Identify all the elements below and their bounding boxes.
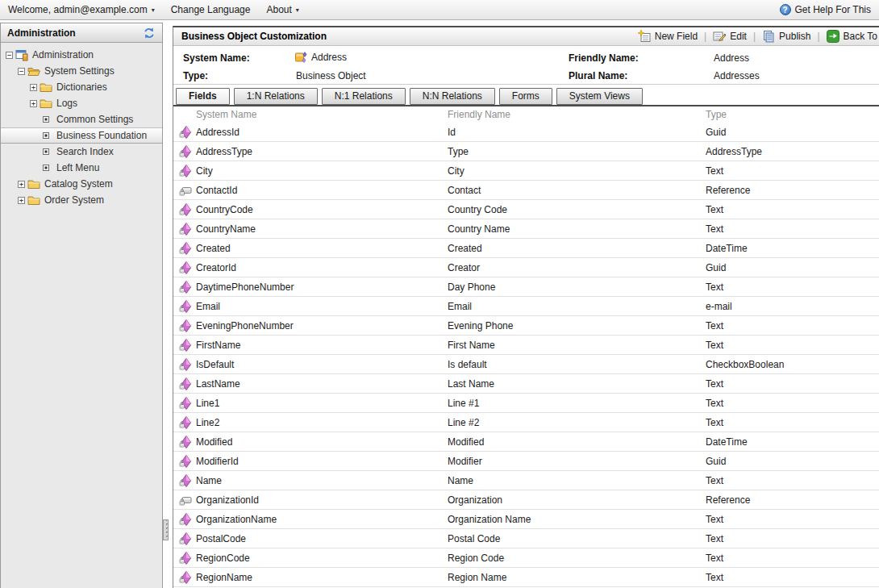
new-field-button[interactable]: New Field — [638, 30, 698, 43]
table-row[interactable]: CountryNameCountry NameText — [173, 219, 879, 239]
reference-icon — [179, 494, 192, 507]
table-row[interactable]: ModifierIdModifierGuid — [173, 452, 879, 471]
tab-n-n-relations[interactable]: N:N Relations — [410, 88, 495, 105]
table-row[interactable]: NameNameText — [173, 471, 879, 490]
sidebar-item-common-settings[interactable]: Common Settings — [1, 111, 162, 127]
bullet-icon — [40, 161, 52, 174]
edit-button[interactable]: Edit — [713, 30, 747, 43]
computer-icon — [15, 48, 28, 61]
tab-fields[interactable]: Fields — [176, 88, 230, 105]
topbar: Welcome, admin@example.com ▾ Change Lang… — [0, 0, 879, 20]
refresh-icon[interactable] — [143, 27, 156, 40]
sidebar-item-left-menu[interactable]: Left Menu — [1, 160, 162, 176]
field-icon — [179, 319, 192, 332]
field-icon — [179, 223, 192, 236]
table-row[interactable]: LastNameLast NameText — [173, 374, 879, 394]
field-icon — [179, 552, 192, 565]
cell-system-name: EveningPhoneNumber — [196, 320, 448, 332]
table-row[interactable]: IsDefaultIs defaultCheckboxBoolean — [173, 355, 879, 374]
expander-plus-icon[interactable]: + — [30, 84, 37, 91]
field-icon — [179, 300, 192, 313]
expander-plus-icon[interactable]: + — [18, 181, 25, 188]
user-menu-label: Welcome, admin@example.com — [8, 4, 148, 15]
cell-system-name: City — [196, 165, 448, 177]
sidebar-item-order-system[interactable]: +Order System — [1, 192, 162, 208]
tab-n-1-relations[interactable]: N:1 Relations — [322, 88, 406, 105]
cell-friendly-name: Country Name — [448, 223, 706, 235]
folder-open-icon — [27, 65, 40, 77]
table-row[interactable]: CityCityText — [173, 161, 879, 181]
sidebar-item-label: Catalog System — [44, 178, 113, 190]
table-row[interactable]: AddressIdIdGuid — [173, 123, 879, 142]
folder-icon — [40, 97, 52, 110]
cell-system-name: ModifierId — [196, 456, 448, 467]
sidebar-item-system-settings[interactable]: −System Settings — [1, 63, 162, 79]
sidebar-item-administration[interactable]: −Administration — [1, 47, 162, 63]
splitter-grip-icon[interactable] — [163, 519, 169, 540]
bullet-icon — [40, 145, 52, 158]
table-row[interactable]: EmailEmaile-mail — [173, 297, 879, 316]
splitter[interactable] — [163, 20, 173, 588]
expander-minus-icon[interactable]: − — [6, 52, 13, 59]
expander-plus-icon[interactable]: + — [18, 197, 25, 204]
sidebar-item-business-foundation[interactable]: Business Foundation — [1, 127, 162, 144]
cell-system-name: AddressType — [196, 146, 448, 157]
toolbar-button-label: Publish — [779, 31, 810, 42]
cell-friendly-name: Type — [448, 146, 706, 157]
table-row[interactable]: PostalCodePostal CodeText — [173, 529, 879, 548]
system-name-value: Address — [294, 51, 347, 64]
cell-system-name: CountryName — [196, 223, 448, 235]
back-icon — [827, 30, 839, 43]
field-icon — [179, 571, 192, 584]
table-row[interactable]: OrganizationIdOrganizationReference — [173, 490, 879, 510]
table-row[interactable]: RegionCodeRegion CodeText — [173, 548, 879, 568]
field-icon — [179, 397, 192, 410]
change-language-link[interactable]: Change Language — [171, 4, 251, 15]
table-row[interactable]: ContactIdContactReference — [173, 181, 879, 200]
table-row[interactable]: RegionNameRegion NameText — [173, 568, 879, 587]
edit-icon — [713, 30, 726, 43]
table-row[interactable]: Line1Line #1Text — [173, 394, 879, 413]
field-icon — [179, 513, 192, 526]
about-menu[interactable]: About ▾ — [266, 4, 298, 15]
toolbar: New Field|Edit|Publish|Back To — [638, 30, 879, 43]
help-link[interactable]: ? Get Help For This — [780, 4, 871, 15]
cell-system-name: OrganizationName — [196, 514, 448, 525]
cell-system-name: Name — [196, 475, 448, 486]
table-row[interactable]: OrganizationNameOrganization NameText — [173, 510, 879, 529]
table-row[interactable]: FirstNameFirst NameText — [173, 336, 879, 355]
sidebar-item-search-index[interactable]: Search Index — [1, 144, 162, 160]
toolbar-button-label: Back To — [844, 31, 877, 42]
publish-button[interactable]: Publish — [762, 30, 810, 43]
reference-icon — [179, 184, 192, 197]
user-menu[interactable]: Welcome, admin@example.com ▾ — [8, 4, 155, 15]
cell-system-name: Created — [196, 243, 448, 254]
tab-forms[interactable]: Forms — [499, 88, 552, 105]
tab-1-n-relations[interactable]: 1:N Relations — [234, 88, 318, 105]
folder-icon — [27, 194, 40, 206]
tab-system-views[interactable]: System Views — [556, 88, 643, 105]
sidebar-item-catalog-system[interactable]: +Catalog System — [1, 176, 162, 192]
table-row[interactable]: EveningPhoneNumberEvening PhoneText — [173, 316, 879, 336]
cell-type: Guid — [706, 456, 879, 467]
expander-minus-icon[interactable]: − — [18, 68, 25, 75]
table-row[interactable]: CreatorIdCreatorGuid — [173, 258, 879, 277]
back-to-button[interactable]: Back To — [827, 30, 877, 43]
table-row[interactable]: DaytimePhoneNumberDay PhoneText — [173, 277, 879, 297]
table-row[interactable]: Line2Line #2Text — [173, 413, 879, 432]
field-icon — [179, 377, 192, 390]
table-row[interactable]: ModifiedModifiedDateTime — [173, 432, 879, 452]
cell-type: Reference — [706, 185, 879, 196]
expander-plus-icon[interactable]: + — [30, 100, 37, 107]
table-row[interactable]: CountryCodeCountry CodeText — [173, 200, 879, 219]
cell-type: Text — [706, 320, 879, 332]
toolbar-button-label: Edit — [730, 31, 747, 42]
sidebar-item-dictionaries[interactable]: +Dictionaries — [1, 79, 162, 95]
field-icon — [179, 242, 192, 255]
type-label: Type: — [183, 70, 208, 81]
navigation-tree: −Administration−System Settings+Dictiona… — [1, 43, 162, 208]
cell-type: Text — [706, 417, 879, 428]
sidebar-item-logs[interactable]: +Logs — [1, 95, 162, 111]
table-row[interactable]: AddressTypeTypeAddressType — [173, 142, 879, 161]
table-row[interactable]: CreatedCreatedDateTime — [173, 239, 879, 258]
